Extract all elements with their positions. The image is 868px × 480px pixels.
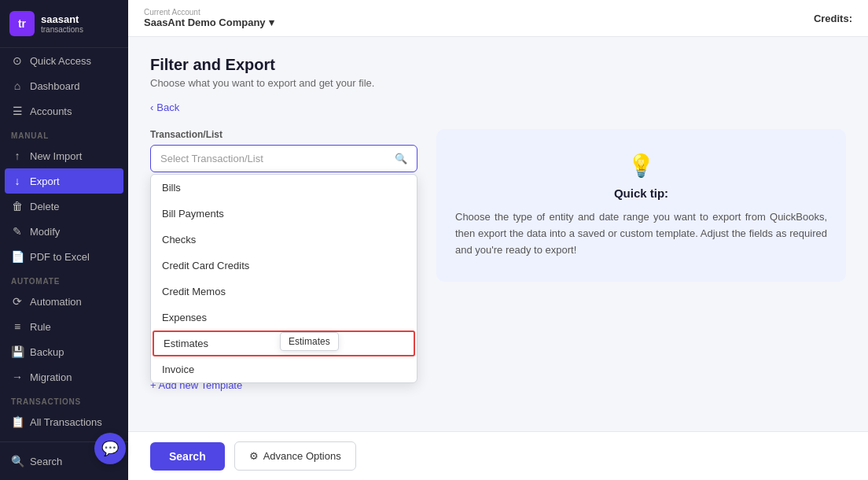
sidebar-item-label: Backup [30,346,64,358]
sidebar-item-label: Migration [30,371,72,383]
dropdown-item-expenses[interactable]: Expenses [151,305,417,330]
advance-icon: ⚙ [249,450,259,462]
back-link[interactable]: ‹ Back [150,102,846,113]
sidebar-item-migration[interactable]: → Migration [0,364,128,390]
automation-icon: ⟳ [11,295,24,308]
sidebar-item-export[interactable]: ↓ Export [5,168,123,194]
main-area: Current Account SaasAnt Demo Company ▾ C… [128,0,868,480]
sidebar-item-label: PDF to Excel [30,251,90,263]
search-button[interactable]: Search [150,442,225,471]
modify-icon: ✎ [11,225,24,238]
page-title: Filter and Export [150,56,846,74]
dropdown-item-estimates[interactable]: Estimates Estimates [153,330,415,356]
sidebar-item-rule[interactable]: ≡ Rule [0,314,128,339]
sidebar-item-modify[interactable]: ✎ Modify [0,219,128,244]
chat-bubble[interactable]: 💬 [94,433,126,464]
content-row: Transaction/List Select Transaction/List… [150,129,846,407]
dropdown-item-checks[interactable]: Checks [151,227,417,253]
delete-icon: 🗑 [11,200,24,212]
quick-access-icon: ⊙ [11,54,24,67]
dropdown-item-bills[interactable]: Bills [151,175,417,201]
dropdown-item-invoice[interactable]: Invoice [151,356,417,382]
sidebar-item-label: Rule [30,321,51,333]
logo-icon: tr [9,11,35,36]
page-subtitle: Choose what you want to export and get y… [150,77,846,89]
top-bar: Current Account SaasAnt Demo Company ▾ C… [128,0,868,37]
advance-label: Advance Options [263,450,341,462]
account-name[interactable]: SaasAnt Demo Company ▾ [144,17,274,28]
sidebar-item-label: Automation [30,296,82,308]
sidebar-item-label: Modify [30,226,60,238]
advance-options-button[interactable]: ⚙ Advance Options [234,441,356,471]
content-area: Filter and Export Choose what you want t… [128,37,868,431]
back-chevron-icon: ‹ [150,102,153,113]
transaction-placeholder: Select Transaction/List [160,153,263,164]
account-dropdown-icon: ▾ [269,17,274,28]
backup-icon: 💾 [11,345,24,358]
dropdown-item-credit-memos[interactable]: Credit Memos [151,279,417,305]
right-panel: 💡 Quick tip: Choose the type of entity a… [436,129,846,407]
sidebar-item-pdf-to-excel[interactable]: 📄 PDF to Excel [0,244,128,269]
left-panel: Transaction/List Select Transaction/List… [150,129,417,407]
all-transactions-icon: 📋 [11,415,24,428]
dropdown-item-credit-card-credits[interactable]: Credit Card Credits [151,253,417,279]
sidebar-nav: ⊙ Quick Access ⌂ Dashboard ☰ Accounts MA… [0,48,128,441]
account-selector[interactable]: Current Account SaasAnt Demo Company ▾ [144,8,274,28]
section-label-manual: MANUAL [0,124,128,143]
accounts-icon: ☰ [11,105,24,117]
sidebar-item-delete[interactable]: 🗑 Delete [0,194,128,219]
tip-text: Choose the type of entity and date range… [455,209,827,258]
dropdown-item-bill-payments[interactable]: Bill Payments [151,201,417,227]
sidebar-item-label: Dashboard [30,80,80,92]
sidebar-item-automation[interactable]: ⟳ Automation [0,289,128,314]
transaction-dropdown-list: Bills Bill Payments Checks Credit Card C… [150,174,417,383]
sidebar-item-new-import[interactable]: ↑ New Import [0,143,128,168]
sidebar-item-accounts[interactable]: ☰ Accounts [0,98,128,124]
section-label-automate: AUTOMATE [0,269,128,289]
back-label: Back [156,102,179,113]
account-name-text: SaasAnt Demo Company [144,17,266,28]
new-import-icon: ↑ [11,150,24,162]
sidebar-bottom-search-label: Search [30,456,62,467]
sidebar-item-label: Export [30,175,60,187]
sidebar-item-backup[interactable]: 💾 Backup [0,339,128,364]
sidebar-item-label: Quick Access [30,55,91,67]
transaction-dropdown-container: Select Transaction/List 🔍 Bills Bill Pay… [150,145,417,172]
sidebar-item-label: All Transactions [30,416,102,428]
sidebar-item-quick-access[interactable]: ⊙ Quick Access [0,48,128,73]
transaction-list-label: Transaction/List [150,129,417,140]
credits-label: Credits: [814,13,852,24]
search-bottom-icon: 🔍 [11,455,24,467]
sidebar-item-label: New Import [30,150,82,162]
sidebar-item-label: Accounts [30,105,72,117]
pdf-to-excel-icon: 📄 [11,250,24,263]
tip-card: 💡 Quick tip: Choose the type of entity a… [436,129,846,282]
section-label-transactions: TRANSACTIONS [0,390,128,409]
sidebar-item-label: Delete [30,201,60,212]
sidebar-item-dashboard[interactable]: ⌂ Dashboard [0,73,128,98]
sidebar-item-all-transactions[interactable]: 📋 All Transactions [0,409,128,434]
migration-icon: → [11,371,24,383]
logo-text-block: saasant transactions [41,13,83,35]
transaction-dropdown-input[interactable]: Select Transaction/List 🔍 [150,145,417,172]
estimates-label: Estimates [164,338,208,349]
dropdown-search-icon: 🔍 [395,153,407,164]
sidebar: tr saasant transactions ⊙ Quick Access ⌂… [0,0,128,480]
logo-name: saasant [41,13,83,26]
dashboard-icon: ⌂ [11,79,24,92]
tip-icon: 💡 [455,153,827,179]
bottom-bar: Search ⚙ Advance Options [128,431,868,480]
account-label: Current Account [144,8,274,17]
sidebar-logo: tr saasant transactions [0,0,128,48]
logo-product: transactions [41,25,83,34]
export-icon: ↓ [11,175,24,187]
tip-title: Quick tip: [455,186,827,200]
rule-icon: ≡ [11,320,24,333]
estimates-tooltip: Estimates [280,332,339,351]
